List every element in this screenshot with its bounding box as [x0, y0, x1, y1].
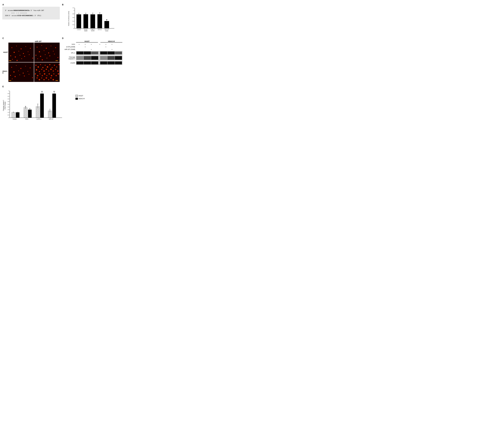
svg-text:Control: Control — [77, 29, 81, 30]
svg-point-114 — [55, 69, 56, 70]
svg-point-54 — [21, 58, 22, 59]
bar-e-h2o2-ha22t — [24, 108, 27, 118]
sequence-box: 3' acuaucGGGACAUGUUACGACGa 5' hsa-miR-10… — [2, 7, 60, 19]
svg-point-127 — [36, 77, 38, 79]
bar-e-control-ha22t — [12, 112, 15, 118]
svg-text:***: *** — [37, 104, 38, 105]
bar-e-sicfl-ha22t — [36, 107, 40, 118]
mir107-c4 — [97, 48, 103, 50]
svg-point-133 — [50, 77, 52, 79]
sicfl-c2: + — [82, 46, 88, 48]
svg-point-49 — [24, 56, 25, 57]
h2o2-c6: + — [109, 43, 115, 45]
cfl1-band2 — [84, 51, 91, 54]
svg-rect-75 — [56, 61, 58, 61]
ha22t-group-label: HA22T — [76, 40, 98, 43]
caspase-band3 — [91, 56, 98, 60]
micro-ha22t-control — [8, 43, 34, 62]
svg-point-70 — [54, 54, 55, 54]
svg-point-78 — [16, 65, 17, 66]
x-label-h2o2: H2O2 — [25, 118, 29, 120]
panel-e-label: E — [2, 86, 122, 88]
svg-point-80 — [25, 66, 26, 66]
svg-point-110 — [46, 69, 47, 70]
svg-point-92 — [12, 79, 13, 79]
svg-point-69 — [49, 55, 50, 56]
panel-c-label: C — [2, 37, 60, 39]
svg-text:5: 5 — [9, 90, 9, 92]
svg-point-111 — [48, 71, 49, 72]
h2o2-c1: + — [76, 43, 82, 45]
bar-cofilin — [90, 14, 95, 28]
svg-text:*: * — [50, 108, 50, 109]
svg-point-89 — [24, 76, 25, 77]
seq-line1: 3' acuaucGGGACAUGUUACGACGa 5' hsa-miR-10… — [5, 9, 57, 12]
svg-point-50 — [29, 54, 30, 55]
svg-point-53 — [16, 60, 18, 61]
svg-point-124 — [53, 73, 54, 74]
svg-point-73 — [42, 59, 43, 61]
svg-rect-135 — [56, 80, 58, 81]
bactin-band4 — [100, 62, 107, 64]
sicfl-c4 — [97, 46, 103, 48]
sicfl-c1 — [76, 46, 82, 48]
svg-point-131 — [46, 77, 47, 79]
svg-text:4.0: 4.0 — [8, 96, 9, 97]
svg-point-45 — [28, 51, 29, 52]
svg-rect-55 — [9, 61, 11, 61]
svg-point-64 — [48, 52, 49, 53]
chart-b: 0 0.2 0.4 0.6 0.8 1 1.2 — [62, 7, 122, 33]
svg-point-86 — [10, 75, 11, 76]
svg-text:**: ** — [106, 19, 107, 20]
mir107-c3: + — [88, 48, 94, 50]
sicfl-c3 — [88, 46, 94, 48]
svg-point-128 — [39, 79, 40, 80]
svg-point-51 — [32, 58, 33, 59]
svg-point-119 — [42, 75, 43, 76]
svg-text:***: *** — [25, 106, 26, 108]
svg-point-85 — [28, 71, 28, 72]
svg-point-100 — [47, 66, 48, 68]
svg-text:2.0: 2.0 — [8, 106, 9, 108]
svg-point-97 — [40, 64, 41, 65]
ha22t-row-label: HA22T — [3, 51, 8, 53]
svg-point-88 — [19, 75, 20, 75]
svg-point-58 — [41, 45, 42, 46]
panel-c: C miR-107 HA22T HDACi-R — [2, 36, 60, 83]
svg-text:0.2: 0.2 — [73, 24, 74, 25]
svg-text:3.0: 3.0 — [8, 101, 9, 102]
panel-b-label: B — [62, 4, 122, 6]
mir107-c6: + — [109, 48, 115, 50]
svg-point-84 — [23, 73, 24, 74]
sicfl-c5: + — [103, 46, 109, 48]
h2o2-c3: + — [88, 43, 94, 45]
svg-point-109 — [43, 70, 45, 72]
bar-e-sicfl-hdaci — [40, 94, 44, 118]
svg-text:1.5: 1.5 — [8, 109, 9, 110]
bactin-band1 — [76, 62, 83, 64]
x-label-control: Control — [13, 118, 16, 120]
svg-point-102 — [52, 67, 53, 68]
svg-point-120 — [44, 73, 45, 75]
svg-point-77 — [11, 67, 12, 68]
svg-point-103 — [54, 65, 55, 66]
panel-b: B 0 0.2 0.4 0.6 0.8 — [62, 2, 122, 35]
svg-point-52 — [12, 59, 13, 60]
svg-rect-93 — [9, 80, 11, 81]
svg-point-59 — [46, 48, 47, 49]
svg-text:Cleavage caspare 3: Cleavage caspare 3 — [3, 100, 4, 111]
svg-point-43 — [18, 51, 19, 52]
svg-point-46 — [10, 55, 11, 56]
svg-point-132 — [48, 79, 49, 80]
svg-point-106 — [36, 69, 37, 70]
x-label-sicfl: si-CFL-1 — [37, 118, 41, 120]
svg-point-44 — [23, 53, 24, 54]
svg-point-116 — [35, 73, 36, 75]
svg-point-63 — [44, 50, 44, 51]
h2o2-c2: + — [82, 43, 88, 45]
bar-e-control-hdaci — [16, 112, 19, 118]
panel-d-label: D — [62, 37, 122, 39]
svg-point-122 — [49, 73, 50, 75]
svg-point-108 — [41, 69, 42, 70]
svg-text:0.8: 0.8 — [73, 13, 74, 15]
